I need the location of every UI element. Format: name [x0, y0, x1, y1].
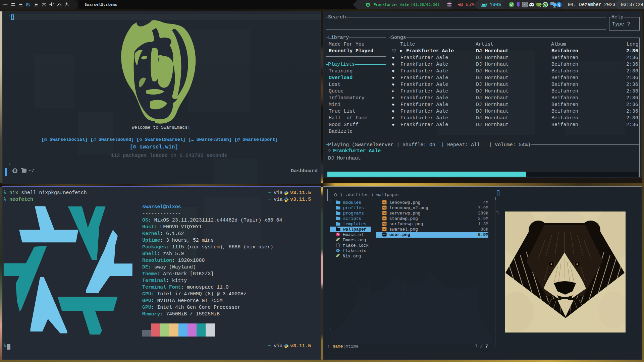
- svg-text:PNG: PNG: [382, 207, 386, 209]
- svg-text:PNG: PNG: [382, 218, 386, 220]
- svg-text:PNG: PNG: [382, 228, 386, 230]
- svg-text:PNG: PNG: [382, 212, 386, 214]
- svg-text:PNG: PNG: [382, 223, 386, 225]
- svg-text:PNG: PNG: [382, 234, 386, 236]
- svg-text:PNG: PNG: [382, 201, 386, 203]
